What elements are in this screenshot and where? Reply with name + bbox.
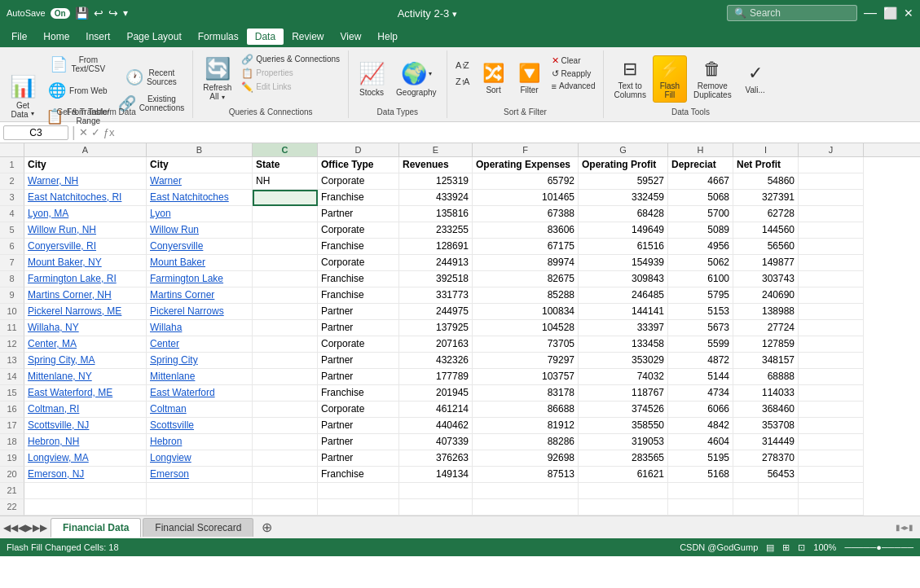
autosave-toggle[interactable]: On: [51, 8, 70, 19]
table-cell[interactable]: Spring City, MA: [24, 353, 147, 369]
table-cell[interactable]: 128691: [399, 239, 473, 255]
table-cell[interactable]: 207163: [399, 336, 473, 353]
table-cell[interactable]: [253, 287, 318, 304]
table-cell[interactable]: [799, 206, 864, 222]
table-cell[interactable]: [799, 239, 864, 255]
table-cell[interactable]: [799, 271, 864, 287]
row-number[interactable]: 10: [0, 304, 24, 320]
table-cell[interactable]: 88286: [473, 434, 579, 450]
table-cell[interactable]: [399, 499, 473, 516]
table-cell[interactable]: Depreciat: [668, 157, 733, 173]
table-cell[interactable]: 73705: [473, 336, 579, 353]
table-cell[interactable]: Emerson, NJ: [24, 467, 147, 483]
table-cell[interactable]: 374526: [579, 402, 668, 418]
table-cell[interactable]: [253, 434, 318, 450]
sheet-scroll-arrows[interactable]: ◀◀◀▶▶▶: [3, 522, 47, 533]
flash-fill-button[interactable]: ⚡ FlashFill: [653, 55, 687, 103]
table-cell[interactable]: Partner: [318, 369, 399, 385]
table-cell[interactable]: [24, 499, 147, 516]
table-cell[interactable]: 319053: [579, 434, 668, 450]
col-header-b[interactable]: B: [147, 143, 253, 156]
table-cell[interactable]: Hebron, NH: [24, 434, 147, 450]
table-cell[interactable]: Partner: [318, 320, 399, 336]
table-cell[interactable]: 125319: [399, 173, 473, 190]
table-cell[interactable]: Partner: [318, 450, 399, 467]
row-number[interactable]: 4: [0, 206, 24, 222]
table-cell[interactable]: 331773: [399, 287, 473, 304]
col-header-h[interactable]: H: [668, 143, 733, 156]
table-cell[interactable]: 433924: [399, 190, 473, 206]
table-cell[interactable]: 56560: [733, 239, 799, 255]
table-cell[interactable]: [799, 304, 864, 320]
table-cell[interactable]: 59527: [579, 173, 668, 190]
table-cell[interactable]: 461214: [399, 402, 473, 418]
sort-az-button[interactable]: A↑Z: [452, 58, 475, 72]
table-cell[interactable]: [253, 369, 318, 385]
table-cell[interactable]: 177789: [399, 369, 473, 385]
table-cell[interactable]: Operating Profit: [579, 157, 668, 173]
validate-button[interactable]: ✓ Vali...: [738, 60, 773, 97]
table-cell[interactable]: 332459: [579, 190, 668, 206]
stocks-button[interactable]: 📈 Stocks: [354, 59, 390, 99]
from-text-csv-button[interactable]: 📄 FromText/CSV: [42, 52, 113, 77]
table-cell[interactable]: [253, 353, 318, 369]
table-cell[interactable]: [668, 483, 733, 499]
table-cell[interactable]: East Natchitoches, RI: [24, 190, 147, 206]
col-header-f[interactable]: F: [473, 143, 579, 156]
table-cell[interactable]: Franchise: [318, 271, 399, 287]
add-sheet-button[interactable]: ⊕: [255, 518, 279, 537]
table-cell[interactable]: 5153: [668, 304, 733, 320]
sheet-tab-financial-scorecard[interactable]: Financial Scorecard: [143, 518, 253, 537]
table-cell[interactable]: Franchise: [318, 190, 399, 206]
row-number[interactable]: 3: [0, 190, 24, 206]
table-cell[interactable]: 348157: [733, 353, 799, 369]
table-cell[interactable]: City: [24, 157, 147, 173]
row-number[interactable]: 19: [0, 450, 24, 467]
table-cell[interactable]: [579, 499, 668, 516]
table-cell[interactable]: [799, 157, 864, 173]
menu-item-file[interactable]: File: [3, 29, 35, 45]
table-cell[interactable]: 4604: [668, 434, 733, 450]
table-cell[interactable]: 56453: [733, 467, 799, 483]
table-cell[interactable]: Willaha: [147, 320, 253, 336]
menu-item-view[interactable]: View: [332, 29, 370, 45]
table-cell[interactable]: Mittenlane: [147, 369, 253, 385]
table-cell[interactable]: 278370: [733, 450, 799, 467]
table-cell[interactable]: [253, 304, 318, 320]
table-cell[interactable]: Pickerel Narrows: [147, 304, 253, 320]
table-cell[interactable]: 5795: [668, 287, 733, 304]
table-cell[interactable]: 67175: [473, 239, 579, 255]
table-cell[interactable]: 4872: [668, 353, 733, 369]
table-cell[interactable]: 149649: [579, 222, 668, 239]
table-cell[interactable]: 244975: [399, 304, 473, 320]
table-cell[interactable]: [668, 499, 733, 516]
table-cell[interactable]: 89974: [473, 255, 579, 271]
table-cell[interactable]: 407339: [399, 434, 473, 450]
table-cell[interactable]: 65792: [473, 173, 579, 190]
table-cell[interactable]: [799, 418, 864, 434]
table-cell[interactable]: Revenues: [399, 157, 473, 173]
col-header-j[interactable]: J: [799, 143, 864, 156]
table-cell[interactable]: 244913: [399, 255, 473, 271]
close-button[interactable]: ✕: [904, 7, 913, 20]
table-cell[interactable]: Mittenlane, NY: [24, 369, 147, 385]
table-cell[interactable]: 4667: [668, 173, 733, 190]
table-cell[interactable]: [253, 239, 318, 255]
table-cell[interactable]: 114033: [733, 385, 799, 402]
save-icon[interactable]: 💾: [75, 7, 89, 20]
table-cell[interactable]: Corporate: [318, 222, 399, 239]
table-cell[interactable]: Coltman, RI: [24, 402, 147, 418]
table-cell[interactable]: Mount Baker, NY: [24, 255, 147, 271]
table-cell[interactable]: [799, 190, 864, 206]
table-cell[interactable]: Scottsville, NJ: [24, 418, 147, 434]
table-cell[interactable]: Partner: [318, 206, 399, 222]
menu-item-formulas[interactable]: Formulas: [190, 29, 247, 45]
table-cell[interactable]: [799, 483, 864, 499]
zoom-slider[interactable]: ─────●─────: [844, 542, 913, 552]
table-cell[interactable]: 4842: [668, 418, 733, 434]
table-cell[interactable]: [147, 499, 253, 516]
table-cell[interactable]: 5168: [668, 467, 733, 483]
table-cell[interactable]: [253, 499, 318, 516]
status-view-layout[interactable]: ⊞: [782, 542, 790, 553]
menu-item-help[interactable]: Help: [369, 29, 406, 45]
